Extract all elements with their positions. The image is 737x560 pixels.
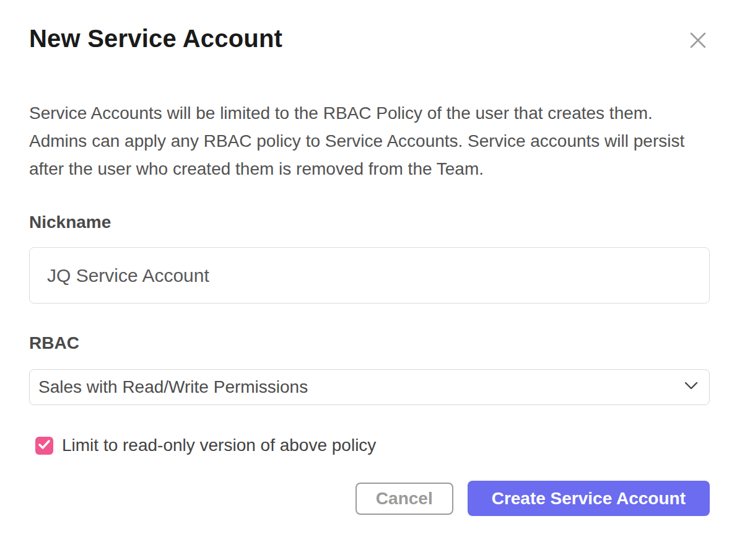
readonly-checkbox-label: Limit to read-only version of above poli… [62, 435, 376, 455]
modal-footer: Cancel Create Service Account [29, 481, 710, 516]
cancel-button[interactable]: Cancel [355, 483, 453, 515]
rbac-select[interactable]: Sales with Read/Write Permissions [29, 369, 710, 405]
nickname-label: Nickname [29, 212, 710, 232]
rbac-label: RBAC [29, 333, 710, 353]
close-button[interactable] [686, 28, 710, 52]
nickname-input[interactable] [29, 247, 710, 304]
new-service-account-modal: New Service Account Service Accounts wil… [0, 0, 737, 560]
page-title: New Service Account [29, 24, 282, 53]
close-icon [689, 42, 707, 51]
rbac-selected-value: Sales with Read/Write Permissions [38, 377, 308, 397]
create-service-account-button[interactable]: Create Service Account [468, 481, 710, 516]
modal-header: New Service Account [29, 24, 710, 53]
checkmark-icon [38, 440, 50, 452]
readonly-checkbox-row[interactable]: Limit to read-only version of above poli… [35, 435, 710, 455]
readonly-checkbox[interactable] [35, 437, 53, 455]
chevron-down-icon [684, 382, 698, 393]
modal-description: Service Accounts will be limited to the … [29, 99, 710, 183]
